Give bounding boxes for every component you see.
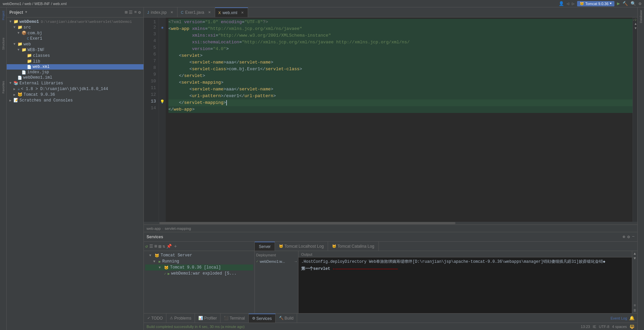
code-editor[interactable]: 1 2 3 4 5 6 7 8 9 10 11 12 13 14: [144, 17, 637, 232]
scroll-down-icon[interactable]: ▼: [635, 27, 637, 30]
settings-services-icon[interactable]: ⚙: [627, 234, 630, 240]
encoding-display[interactable]: UTF-8: [599, 325, 609, 329]
bottom-tab-profiler[interactable]: 📊 Profiler: [195, 314, 220, 323]
expand-icon[interactable]: ⊕: [623, 234, 626, 240]
service-item-deployment[interactable]: ✓ ▶ webDemo1:war exploded [S...: [145, 271, 253, 277]
notification-icon[interactable]: 🔔: [629, 316, 635, 321]
pin-services-icon[interactable]: 📌: [166, 244, 172, 249]
tree-item-tomcat[interactable]: ▶ 🐱 Tomcat 9.0.36: [7, 92, 144, 97]
output-content[interactable]: .HostConfig.deployDirectory Web奉旅敗绑嫡筹缱缭绊…: [298, 257, 632, 313]
bulb-icon[interactable]: 💡: [160, 99, 165, 104]
nav-forward-icon[interactable]: ▷: [572, 1, 574, 6]
tree-item-webxml[interactable]: 📄 web.xml: [7, 64, 144, 70]
bottom-tab-terminal[interactable]: ⬛ Terminal: [220, 314, 248, 323]
project-strip-icon[interactable]: Project: [1, 9, 6, 22]
bottom-tab-problems[interactable]: ⚠ Problems: [166, 314, 195, 323]
breadcrumb-sep-1: ›: [162, 226, 163, 231]
filter-services-icon[interactable]: ⊞: [155, 244, 157, 249]
services-tab-localhost[interactable]: 🐱 Tomcat Localhost Log: [275, 242, 328, 251]
expand-webdemo1[interactable]: ▼: [9, 20, 13, 24]
tree-item-lib[interactable]: 📁 lib: [7, 58, 144, 64]
run-button[interactable]: ▶: [617, 1, 620, 6]
scroll-bottom-icon[interactable]: ▼: [634, 256, 636, 260]
bottom-tab-todo[interactable]: ✓ TODO: [144, 314, 166, 323]
expand-local[interactable]: ▼: [159, 266, 163, 270]
sort-services-icon[interactable]: ⇅: [162, 244, 165, 249]
expand-src[interactable]: ▼: [13, 26, 17, 29]
scroll-top-icon[interactable]: ▲: [634, 252, 636, 256]
tree-item-webdemo1[interactable]: ▼ 📁 webDemo1 D:\ruanjian\idea\work\webse…: [7, 19, 144, 25]
settings-icon[interactable]: ⚙: [138, 10, 141, 15]
structure-strip-icon[interactable]: Structure: [1, 36, 6, 52]
indent-display[interactable]: 4 spaces: [612, 325, 627, 329]
expand-scratches[interactable]: ▶: [9, 98, 13, 102]
services-header-right: ⊕ ⚙ −: [623, 234, 635, 240]
tree-item-src[interactable]: ▼ 📁 src: [7, 25, 144, 30]
breadcrumb-webxml-item[interactable]: servlet-mapping: [165, 226, 191, 231]
favorites-strip-icon[interactable]: Favorites: [1, 79, 6, 95]
tree-item-iml[interactable]: 📄 webDemo1.iml: [7, 75, 144, 80]
h-scrollbar[interactable]: [144, 222, 637, 224]
tree-item-exer1[interactable]: C Exer1: [7, 36, 144, 41]
scroll-lock-icon[interactable]: ≡: [634, 303, 636, 307]
tab-close-exer1java[interactable]: ✕: [207, 10, 211, 14]
tab-close-webxml[interactable]: ✕: [240, 11, 244, 14]
tab-close-indexjsp[interactable]: ✕: [170, 10, 174, 14]
expand-jdk[interactable]: ▶: [13, 87, 17, 91]
tab-exer1-java[interactable]: C Exer1.java ✕: [177, 7, 215, 17]
service-item-tomcat-server[interactable]: ▼ 🐱 Tomcat Server: [145, 252, 253, 258]
scroll-up-icon[interactable]: ▲: [635, 22, 637, 26]
bottom-tab-build[interactable]: 🔨 Build: [276, 314, 297, 323]
scroll-filter-icon[interactable]: ≣: [634, 308, 636, 313]
collapse-all-icon[interactable]: ⊞: [125, 9, 127, 15]
collapse-services-icon[interactable]: ☰: [149, 244, 153, 249]
event-log-link[interactable]: Event Log: [610, 316, 627, 320]
git-icon[interactable]: 🔱: [630, 324, 635, 329]
sort2-icon[interactable]: ≡: [134, 10, 137, 15]
tab-web-xml[interactable]: X web.xml ✕: [215, 7, 248, 17]
breadcrumb-webinf-item[interactable]: web-app: [147, 226, 161, 231]
expand-web[interactable]: ▼: [13, 42, 17, 46]
refresh-services-icon[interactable]: ↺: [145, 244, 148, 249]
expand-combj[interactable]: ▼: [17, 31, 22, 35]
group-services-icon[interactable]: ▤: [159, 244, 161, 249]
tree-item-web[interactable]: ▼ 📁 web: [7, 41, 144, 47]
sort-icon[interactable]: ☰: [129, 10, 133, 15]
services-tab-catalina[interactable]: 🐱 Tomcat Catalina Log: [328, 242, 378, 251]
bottom-tab-services[interactable]: ⚙ Services: [249, 314, 276, 323]
tree-item-jdk[interactable]: ▶ ☕ < 1.8 > D:\ruanjian\jdk\jdk1.8.0_144: [7, 86, 144, 92]
user-icon[interactable]: 👤: [559, 1, 564, 6]
expand-webinf[interactable]: ▼: [17, 48, 22, 52]
expand-tomcat[interactable]: ▶: [13, 93, 17, 97]
tree-item-indexjsp[interactable]: 📄 index.jsp: [7, 70, 144, 75]
service-item-running[interactable]: ▼ ▶ Running: [145, 258, 253, 264]
search-button[interactable]: 🔍: [631, 1, 636, 6]
tree-item-classes[interactable]: 📁 classes: [7, 53, 144, 58]
build-button[interactable]: 🔨: [622, 1, 628, 6]
expand-running[interactable]: ▼: [153, 260, 157, 263]
nav-back-icon[interactable]: ◁: [567, 1, 569, 6]
breadcrumb: web-app › servlet-mapping: [144, 224, 637, 232]
expand-extlibs[interactable]: ▼: [9, 81, 13, 85]
deploy-arrow-icon[interactable]: →: [294, 259, 297, 263]
tomcat-run-config[interactable]: 🐱 Tomcat 9.0.36 ▼: [577, 1, 614, 6]
add-services-icon[interactable]: ＋: [173, 243, 178, 249]
tree-item-combj[interactable]: ▼ 📦 com.bj: [7, 30, 144, 36]
tree-item-extlibs[interactable]: ▼ 📚 External Libraries: [7, 80, 144, 86]
service-item-tomcat-local[interactable]: ▼ 🐱 Tomcat 9.0.36 [local]: [145, 264, 253, 271]
code-lines[interactable]: <?xml version="1.0" encoding="UTF-8"?> <…: [166, 17, 633, 222]
services-header: Services ⊕ ⚙ −: [144, 232, 637, 242]
minimize-icon[interactable]: −: [632, 234, 635, 239]
database-icon[interactable]: Database: [639, 8, 643, 25]
problems-icon: ⚠: [170, 316, 173, 320]
project-dropdown-icon[interactable]: ▼: [25, 10, 27, 14]
services-tab-server[interactable]: Server: [255, 242, 275, 251]
settings-button[interactable]: ⚙: [639, 1, 641, 6]
tab-index-jsp[interactable]: J index.jsp ✕: [144, 7, 177, 17]
tree-item-webinf[interactable]: ▼ 📁 WEB-INF: [7, 47, 144, 53]
tree-item-scratches[interactable]: ▶ 📝 Scratches and Consoles: [7, 97, 144, 103]
expand-tomcat-server[interactable]: ▼: [149, 254, 153, 257]
tomcat-dropdown-icon[interactable]: ▼: [610, 2, 611, 5]
deployment-item-row[interactable]: ✓ webDemo1:w... →: [256, 258, 297, 264]
deployment-item-label: webDemo1:w...: [260, 259, 285, 263]
